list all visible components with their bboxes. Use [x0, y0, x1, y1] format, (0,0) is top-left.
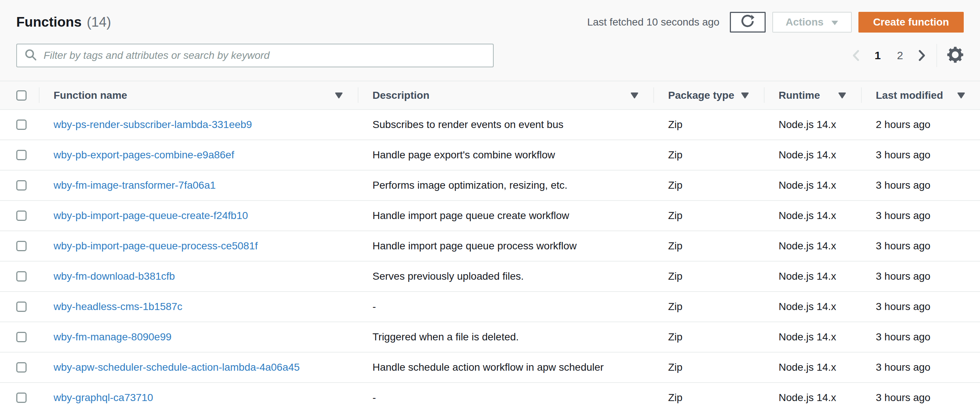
- last-modified-cell: 3 hours ago: [861, 392, 980, 404]
- function-name-link[interactable]: wby-fm-download-b381cfb: [54, 270, 175, 282]
- package-type-cell: Zip: [653, 179, 764, 191]
- runtime-cell: Node.js 14.x: [764, 270, 861, 282]
- column-header-description[interactable]: Description: [358, 81, 653, 109]
- function-name-cell: wby-fm-image-transformer-7fa06a1: [39, 179, 358, 191]
- function-name-link[interactable]: wby-pb-export-pages-combine-e9a86ef: [54, 149, 234, 161]
- function-name-link[interactable]: wby-ps-render-subscriber-lambda-331eeb9: [54, 119, 252, 130]
- row-checkbox[interactable]: [16, 302, 27, 312]
- row-checkbox[interactable]: [16, 241, 27, 251]
- next-page-button[interactable]: [917, 50, 927, 61]
- description-cell: Performs image optimization, resizing, e…: [358, 179, 653, 191]
- row-checkbox-cell: [0, 211, 39, 221]
- function-name-cell: wby-fm-download-b381cfb: [39, 270, 358, 282]
- refresh-button[interactable]: [730, 12, 766, 33]
- row-checkbox-cell: [0, 302, 39, 312]
- page-button-1[interactable]: 1: [872, 49, 883, 62]
- table-row: wby-headless-cms-1b1587c - Zip Node.js 1…: [0, 292, 980, 322]
- sort-arrow-icon: [838, 89, 846, 101]
- table-body: wby-ps-render-subscriber-lambda-331eeb9 …: [0, 110, 980, 404]
- functions-table: Function name Description Package type R…: [0, 81, 980, 404]
- last-modified-cell: 3 hours ago: [861, 270, 980, 282]
- package-type-cell: Zip: [653, 240, 764, 252]
- package-type-cell: Zip: [653, 270, 764, 282]
- row-checkbox-cell: [0, 120, 39, 130]
- last-modified-cell: 3 hours ago: [861, 301, 980, 313]
- sort-arrow-icon: [741, 89, 749, 101]
- search-input[interactable]: [43, 49, 485, 62]
- function-name-link[interactable]: wby-apw-scheduler-schedule-action-lambda…: [54, 361, 300, 373]
- column-header-runtime[interactable]: Runtime: [764, 81, 861, 109]
- row-checkbox[interactable]: [16, 393, 27, 403]
- runtime-cell: Node.js 14.x: [764, 240, 861, 252]
- function-name-cell: wby-apw-scheduler-schedule-action-lambda…: [39, 361, 358, 373]
- row-checkbox[interactable]: [16, 271, 27, 281]
- last-fetched-text: Last fetched 10 seconds ago: [587, 16, 719, 28]
- last-modified-cell: 2 hours ago: [861, 119, 980, 131]
- row-checkbox-cell: [0, 241, 39, 251]
- function-name-link[interactable]: wby-fm-image-transformer-7fa06a1: [54, 179, 216, 191]
- select-all-cell: [0, 81, 39, 109]
- description-cell: Handle schedule action workflow in apw s…: [358, 361, 653, 373]
- package-type-cell: Zip: [653, 331, 764, 343]
- runtime-cell: Node.js 14.x: [764, 392, 861, 404]
- function-name-link[interactable]: wby-fm-manage-8090e99: [54, 331, 172, 343]
- table-row: wby-graphql-ca73710 - Zip Node.js 14.x 3…: [0, 383, 980, 404]
- toolbar-controls: Last fetched 10 seconds ago Actions Crea…: [587, 12, 964, 33]
- table-row: wby-pb-import-page-queue-create-f24fb10 …: [0, 201, 980, 231]
- row-checkbox[interactable]: [16, 211, 27, 221]
- row-checkbox[interactable]: [16, 332, 27, 342]
- table-row: wby-fm-image-transformer-7fa06a1 Perform…: [0, 171, 980, 201]
- row-checkbox[interactable]: [16, 180, 27, 190]
- description-cell: Handle import page queue create workflow: [358, 210, 653, 222]
- function-name-link[interactable]: wby-pb-import-page-queue-process-ce5081f: [54, 240, 258, 252]
- sort-arrow-icon: [630, 89, 638, 101]
- column-header-label: Runtime: [779, 89, 820, 101]
- row-checkbox[interactable]: [16, 362, 27, 372]
- row-checkbox[interactable]: [16, 150, 27, 160]
- function-name-cell: wby-pb-import-page-queue-process-ce5081f: [39, 240, 358, 252]
- last-modified-cell: 3 hours ago: [861, 361, 980, 373]
- description-cell: Handle import page queue process workflo…: [358, 240, 653, 252]
- function-name-cell: wby-headless-cms-1b1587c: [39, 301, 358, 313]
- page-title: Functions (14): [16, 14, 111, 30]
- column-header-label: Package type: [668, 89, 734, 101]
- create-function-button[interactable]: Create function: [858, 12, 964, 33]
- row-checkbox[interactable]: [16, 120, 27, 130]
- function-name-cell: wby-fm-manage-8090e99: [39, 331, 358, 343]
- table-row: wby-pb-export-pages-combine-e9a86ef Hand…: [0, 140, 980, 171]
- column-header-label: Function name: [54, 89, 127, 101]
- package-type-cell: Zip: [653, 210, 764, 222]
- pagination: 1 2: [851, 49, 927, 62]
- table-header-row: Function name Description Package type R…: [0, 81, 980, 110]
- actions-button-label: Actions: [786, 16, 824, 28]
- row-checkbox-cell: [0, 180, 39, 190]
- column-header-function-name[interactable]: Function name: [39, 81, 358, 109]
- select-all-checkbox[interactable]: [16, 90, 27, 101]
- page-title-text: Functions: [16, 14, 82, 30]
- sort-arrow-icon: [335, 89, 343, 101]
- preferences-button[interactable]: [947, 46, 964, 65]
- package-type-cell: Zip: [653, 301, 764, 313]
- refresh-icon: [741, 14, 754, 31]
- runtime-cell: Node.js 14.x: [764, 361, 861, 373]
- page-button-2[interactable]: 2: [895, 49, 905, 62]
- previous-page-button[interactable]: [851, 50, 861, 61]
- last-modified-cell: 3 hours ago: [861, 210, 980, 222]
- table-utilities: 1 2: [851, 44, 964, 67]
- actions-button[interactable]: Actions: [772, 12, 852, 33]
- function-name-link[interactable]: wby-headless-cms-1b1587c: [54, 301, 183, 312]
- function-name-link[interactable]: wby-pb-import-page-queue-create-f24fb10: [54, 210, 248, 221]
- search-box: [16, 44, 494, 67]
- function-name-cell: wby-ps-render-subscriber-lambda-331eeb9: [39, 119, 358, 131]
- column-header-label: Last modified: [876, 89, 943, 101]
- table-row: wby-ps-render-subscriber-lambda-331eeb9 …: [0, 110, 980, 140]
- row-checkbox-cell: [0, 271, 39, 281]
- sort-arrow-icon: [957, 89, 965, 101]
- package-type-cell: Zip: [653, 361, 764, 373]
- column-header-last-modified[interactable]: Last modified: [861, 81, 980, 109]
- column-header-package-type[interactable]: Package type: [653, 81, 764, 109]
- caret-down-icon: [831, 16, 838, 28]
- package-type-cell: Zip: [653, 149, 764, 161]
- function-name-link[interactable]: wby-graphql-ca73710: [54, 392, 153, 403]
- row-checkbox-cell: [0, 332, 39, 342]
